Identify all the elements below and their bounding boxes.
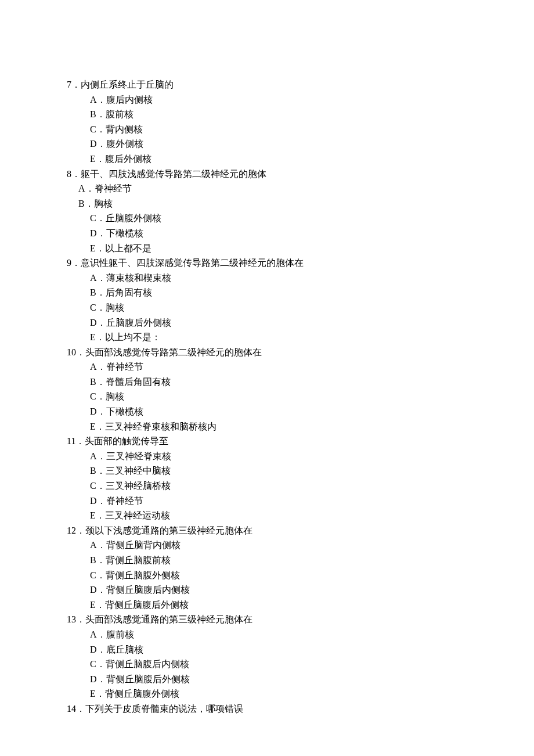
option-letter: C <box>90 570 96 580</box>
question-text: 意识性躯干、四肢深感觉传导路第二级神经元的胞体在 <box>81 258 304 268</box>
question-number: 8 <box>67 169 71 179</box>
option-line: D．下橄榄核 <box>90 404 534 419</box>
question-separator: ． <box>71 80 81 89</box>
question-stem: 9．意识性躯干、四肢深感觉传导路第二级神经元的胞体在 <box>67 255 534 271</box>
option-line: B．腹前核 <box>90 107 534 122</box>
option-text: 三叉神经脑桥核 <box>106 481 171 491</box>
option-separator: ． <box>96 555 106 565</box>
option-letter: E <box>90 422 96 431</box>
option-text: 三叉神经运动核 <box>105 510 170 520</box>
question-separator: ． <box>76 525 85 535</box>
option-separator: ． <box>97 228 106 238</box>
option-letter: D <box>90 406 97 416</box>
option-text: 腹前核 <box>106 629 134 639</box>
option-line: C．丘脑腹外侧核 <box>90 211 534 226</box>
question-separator: ． <box>71 169 81 179</box>
question-text: 头面部的触觉传导至 <box>85 436 168 446</box>
question-stem: 10．头面部浅感觉传导路第二级神经元的胞体在 <box>67 345 534 360</box>
option-letter: B <box>78 199 85 208</box>
option-separator: ． <box>96 510 105 520</box>
option-line: B．后角固有核 <box>90 285 534 300</box>
option-text: 背侧丘脑腹前核 <box>106 555 171 565</box>
option-letter: A <box>90 451 97 461</box>
question-stem: 12．颈以下浅感觉通路的第三级神经元胞体在 <box>67 523 534 538</box>
option-text: 脊髓后角固有核 <box>106 377 171 387</box>
question-number: 13 <box>67 614 76 624</box>
option-letter: E <box>90 510 96 520</box>
option-text: 胸核 <box>106 391 124 401</box>
option-separator: ． <box>97 585 106 595</box>
option-line: E．以上都不是 <box>90 241 534 256</box>
option-text: 后角固有核 <box>106 287 152 297</box>
option-line: D．脊神经节 <box>90 494 534 509</box>
option-line: A．薄束核和楔束核 <box>90 271 534 286</box>
option-separator: ． <box>96 689 105 699</box>
option-separator: ． <box>96 213 106 223</box>
option-line: A．腹前核 <box>90 627 534 642</box>
option-text: 胸核 <box>106 303 124 312</box>
question-separator: ． <box>75 436 85 446</box>
question-separator: ． <box>76 614 85 624</box>
option-separator: ． <box>97 496 106 506</box>
question-separator: ． <box>76 347 85 357</box>
option-line: D．背侧丘脑腹后外侧核 <box>90 672 534 687</box>
option-letter: E <box>90 243 96 253</box>
option-separator: ． <box>96 481 106 491</box>
option-line: C．背侧丘脑腹外侧核 <box>90 568 534 583</box>
option-letter: D <box>90 674 97 684</box>
option-separator: ． <box>96 391 106 401</box>
question-stem: 8．躯干、四肢浅感觉传导路第二级神经元的胞体 <box>67 167 534 182</box>
question-text: 内侧丘系终止于丘脑的 <box>81 80 174 89</box>
question-text: 颈以下浅感觉通路的第三级神经元胞体在 <box>85 525 252 535</box>
option-separator: ． <box>96 466 106 476</box>
option-separator: ． <box>96 422 105 431</box>
option-letter: B <box>90 109 96 119</box>
question-number: 10 <box>67 347 76 357</box>
option-line: D．背侧丘脑腹后内侧核 <box>90 582 534 597</box>
option-text: 脊神经节 <box>106 496 143 506</box>
option-line: C．三叉神经脑桥核 <box>90 478 534 494</box>
option-text: 背侧丘脑腹外侧核 <box>105 689 179 699</box>
option-line: E．背侧丘脑腹外侧核 <box>90 686 534 701</box>
option-line: E．以上均不是： <box>90 330 534 345</box>
option-separator: ． <box>96 332 105 342</box>
option-separator: ． <box>97 273 106 283</box>
question-separator: ． <box>71 258 81 268</box>
option-letter: E <box>90 689 96 699</box>
question-number: 12 <box>67 525 76 535</box>
question-stem: 14．下列关于皮质脊髓束的说法，哪项错误 <box>67 701 534 717</box>
option-letter: E <box>90 600 96 610</box>
option-separator: ． <box>97 406 106 416</box>
option-separator: ． <box>97 540 106 550</box>
option-line: B．脊髓后角固有核 <box>90 375 534 390</box>
option-separator: ． <box>97 318 106 327</box>
option-line: B．胸核 <box>78 196 534 211</box>
option-text: 三叉神经中脑核 <box>106 466 171 476</box>
option-text: 背内侧核 <box>106 124 143 134</box>
question-number: 14 <box>67 704 76 714</box>
question-separator: ． <box>76 704 85 714</box>
question-text: 头面部浅感觉通路的第三级神经元胞体在 <box>85 614 252 624</box>
question-number: 9 <box>67 258 71 268</box>
option-letter: D <box>90 139 97 149</box>
option-letter: D <box>90 228 97 238</box>
question-stem: 13．头面部浅感觉通路的第三级神经元胞体在 <box>67 612 534 627</box>
option-letter: B <box>90 377 96 387</box>
option-letter: A <box>90 362 97 372</box>
option-text: 腹后内侧核 <box>106 95 153 105</box>
option-separator: ． <box>96 659 106 669</box>
document-page: 7．内侧丘系终止于丘脑的A．腹后内侧核B．腹前核C．背内侧核D．腹外侧核E．腹后… <box>0 0 534 756</box>
option-text: 脊神经节 <box>95 183 132 193</box>
option-text: 胸核 <box>94 199 113 208</box>
option-letter: A <box>90 95 97 105</box>
option-letter: D <box>90 585 97 595</box>
option-text: 下橄榄核 <box>106 228 143 238</box>
option-separator: ． <box>96 109 106 119</box>
option-separator: ． <box>96 570 106 580</box>
option-text: 背侧丘脑背内侧核 <box>106 540 181 550</box>
option-letter: C <box>90 124 96 134</box>
option-line: E．腹后外侧核 <box>90 152 534 167</box>
option-text: 背侧丘脑腹后外侧核 <box>105 600 189 610</box>
option-separator: ． <box>96 600 105 610</box>
option-separator: ． <box>97 362 106 372</box>
